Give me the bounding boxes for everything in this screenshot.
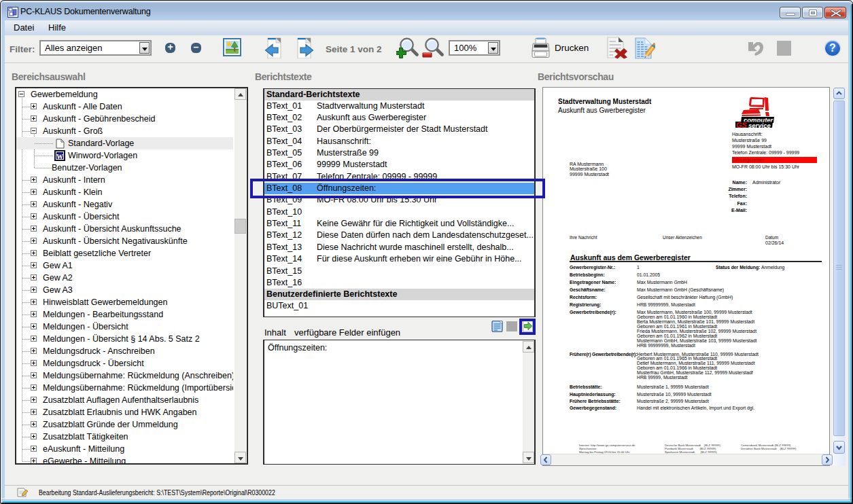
svg-text:W: W: [56, 153, 63, 160]
svg-text:GS: GS: [736, 121, 748, 129]
svg-text:service: service: [748, 122, 771, 129]
